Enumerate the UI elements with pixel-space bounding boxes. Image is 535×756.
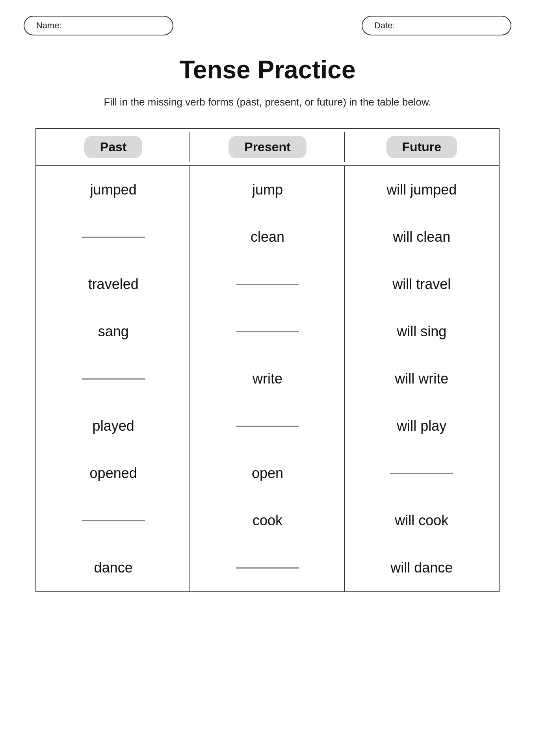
tense-table: Past Present Future jumpedtraveledsangpl… xyxy=(35,128,500,592)
blank-line-past-4 xyxy=(82,378,145,380)
top-bar: Name: Date: xyxy=(24,16,511,35)
table-body: jumpedtraveledsangplayedopeneddance jump… xyxy=(36,166,499,591)
cell-future-8: will dance xyxy=(345,544,499,591)
blank-line-present-5 xyxy=(236,426,299,427)
cell-past-8: dance xyxy=(36,544,190,591)
future-header-label: Future xyxy=(386,136,457,158)
cell-past-5: played xyxy=(36,402,190,450)
cell-past-0: jumped xyxy=(36,166,190,213)
blank-line-present-3 xyxy=(236,331,299,332)
col-header-future: Future xyxy=(345,129,499,165)
cell-present-5 xyxy=(190,402,344,450)
cell-present-8 xyxy=(190,544,344,591)
table-header: Past Present Future xyxy=(36,129,499,166)
cell-future-2: will travel xyxy=(345,261,499,308)
present-header-label: Present xyxy=(228,136,306,158)
cell-past-2: traveled xyxy=(36,261,190,308)
name-field: Name: xyxy=(24,16,173,35)
cell-past-3: sang xyxy=(36,308,190,355)
blank-line-future-6 xyxy=(390,473,453,474)
cell-past-4 xyxy=(36,355,190,402)
col-header-present: Present xyxy=(190,129,344,165)
cell-future-3: will sing xyxy=(345,308,499,355)
cell-future-4: will write xyxy=(345,355,499,402)
cell-present-4: write xyxy=(190,355,344,402)
page-title: Tense Practice xyxy=(24,55,511,84)
past-column: jumpedtraveledsangplayedopeneddance xyxy=(36,166,190,591)
blank-line-past-1 xyxy=(82,237,145,238)
cell-present-6: open xyxy=(190,450,344,497)
instructions: Fill in the missing verb forms (past, pr… xyxy=(24,96,511,108)
blank-line-present-8 xyxy=(236,567,299,569)
cell-present-2 xyxy=(190,261,344,308)
present-column: jumpcleanwriteopencook xyxy=(190,166,344,591)
cell-present-1: clean xyxy=(190,213,344,261)
cell-present-0: jump xyxy=(190,166,344,213)
future-column: will jumpedwill cleanwill travelwill sin… xyxy=(345,166,499,591)
cell-future-6 xyxy=(345,450,499,497)
cell-past-7 xyxy=(36,497,190,544)
blank-line-past-7 xyxy=(82,520,145,521)
name-label: Name: xyxy=(36,20,62,30)
cell-future-1: will clean xyxy=(345,213,499,261)
cell-future-7: will cook xyxy=(345,497,499,544)
past-header-label: Past xyxy=(84,136,143,158)
cell-past-1 xyxy=(36,213,190,261)
col-header-past: Past xyxy=(36,129,190,165)
cell-past-6: opened xyxy=(36,450,190,497)
blank-line-present-2 xyxy=(236,284,299,285)
date-field: Date: xyxy=(362,16,511,35)
date-label: Date: xyxy=(374,20,395,30)
cell-present-7: cook xyxy=(190,497,344,544)
cell-future-0: will jumped xyxy=(345,166,499,213)
cell-future-5: will play xyxy=(345,402,499,450)
cell-present-3 xyxy=(190,308,344,355)
